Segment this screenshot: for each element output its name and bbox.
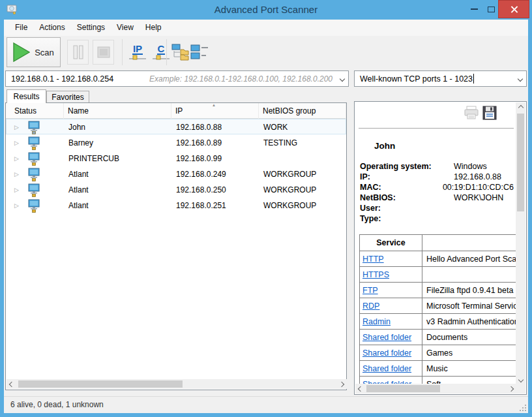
toolbar-separator [122, 39, 123, 65]
maximize-button[interactable] [482, 0, 499, 18]
detail-row: NetBIOS: WORK\JOHN [360, 193, 514, 203]
host-name-heading: John [374, 141, 395, 151]
menu-view[interactable]: View [111, 20, 140, 36]
scrollbar-thumb[interactable] [517, 114, 524, 211]
table-row[interactable]: ▷ Atlant 192.168.0.250 WORKGROUP [6, 181, 346, 197]
service-link[interactable]: Shared folder [362, 333, 411, 342]
table-row[interactable]: ▷ Atlant 192.168.0.249 WORKGROUP [6, 166, 346, 181]
scroll-right-arrow[interactable] [506, 384, 516, 394]
expand-row-icon[interactable]: ▷ [14, 124, 19, 131]
cell-netbios-group: WORKGROUP [259, 185, 346, 194]
tab-favorites[interactable]: Favorites [46, 91, 89, 102]
expand-row-icon[interactable]: ▷ [14, 155, 19, 162]
details-vertical-scrollbar[interactable] [516, 102, 525, 384]
detail-label: Type: [360, 214, 454, 223]
detail-label: MAC: [360, 183, 443, 192]
tab-results[interactable]: Results [7, 89, 46, 103]
scroll-left-arrow[interactable] [355, 384, 366, 394]
shared-folders-view-button[interactable] [170, 41, 192, 63]
resize-grip-icon[interactable] [520, 405, 526, 411]
details-panel: John Operating system: Windows IP: 192.1… [354, 101, 527, 395]
maximize-icon [488, 7, 495, 12]
expand-row-icon[interactable]: ▷ [14, 202, 19, 209]
print-button[interactable] [464, 105, 479, 121]
status-cell: ▷ [7, 182, 65, 198]
service-info: v3 Radmin Authentication [422, 314, 517, 329]
scrollbar-thumb[interactable] [366, 385, 440, 392]
service-link[interactable]: HTTP [362, 255, 384, 264]
service-link[interactable]: Shared folder [362, 364, 411, 373]
scroll-down-arrow[interactable] [516, 375, 525, 384]
service-link[interactable]: Shared folder [362, 348, 411, 358]
save-button[interactable] [482, 105, 497, 121]
scan-class-c-button[interactable]: C [151, 40, 171, 65]
menu-actions[interactable]: Actions [33, 20, 70, 36]
toolbar: Scan IP C [4, 36, 528, 69]
scrollbar-thumb[interactable] [18, 380, 183, 388]
service-link[interactable]: Radmin [362, 317, 391, 326]
ports-combobox[interactable]: Well-known TCP ports 1 - 1023 [354, 70, 527, 87]
cell-ip: 192.168.0.249 [172, 170, 259, 179]
column-header-status[interactable]: Status [6, 103, 64, 119]
service-link[interactable]: RDP [362, 301, 379, 311]
scroll-left-arrow[interactable] [7, 379, 17, 389]
menu-settings[interactable]: Settings [71, 20, 111, 36]
status-cell: ▷ [7, 135, 65, 151]
scroll-right-arrow[interactable] [336, 379, 347, 389]
table-row[interactable]: ▷ Atlant 192.168.0.251 WORKGROUP [6, 197, 346, 213]
service-link[interactable]: HTTPS [362, 270, 389, 279]
cell-name: Atlant [65, 185, 172, 194]
minimize-button[interactable] [466, 0, 482, 18]
ip-range-combobox[interactable]: 192.168.0.1 - 192.168.0.254 Example: 192… [5, 70, 349, 87]
table-row[interactable]: ▷ John 192.168.0.88 WORK [6, 119, 346, 134]
cell-ip: 192.168.0.99 [172, 154, 259, 163]
detail-row: IP: 192.168.0.88 [360, 172, 514, 182]
service-link[interactable]: FTP [362, 286, 378, 295]
window-title: Advanced Port Scanner [0, 0, 532, 20]
scan-button[interactable]: Scan [7, 37, 61, 67]
menu-file[interactable]: File [9, 20, 33, 36]
status-cell: ▷ [7, 119, 65, 135]
scan-ip-button[interactable]: IP [126, 40, 149, 65]
computer-icon [27, 183, 40, 197]
close-button[interactable] [498, 0, 529, 18]
detail-label: User: [360, 204, 454, 213]
text-caret [473, 74, 474, 84]
list-view-button[interactable] [189, 41, 211, 63]
cell-netbios-group: WORK [259, 123, 346, 132]
service-info [422, 267, 517, 282]
service-info: Microsoft Terminal Service [422, 298, 517, 313]
print-icon [464, 106, 479, 120]
results-horizontal-scrollbar[interactable] [7, 379, 347, 389]
expand-row-icon[interactable]: ▷ [14, 140, 19, 146]
detail-value: Windows [454, 162, 487, 171]
cell-name: PRINTERCUB [65, 154, 172, 163]
chevron-down-icon[interactable] [340, 76, 345, 82]
detail-row: Operating system: Windows [360, 161, 514, 172]
column-header-netbios-group[interactable]: NetBIOS group [259, 103, 346, 119]
pause-icon [72, 45, 84, 59]
table-row[interactable]: ▷ Barney 192.168.0.89 TESTING [6, 134, 346, 150]
menu-help[interactable]: Help [140, 20, 168, 36]
pause-button[interactable] [67, 40, 89, 65]
table-row[interactable]: ▷ PRINTERCUB 192.168.0.99 [6, 150, 346, 166]
ip-range-value: 192.168.0.1 - 192.168.0.254 [6, 74, 113, 84]
cell-name: Atlant [65, 170, 172, 179]
cell-ip: 192.168.0.251 [172, 201, 259, 210]
services-table: Service HTTP Hello Advanced Port Scan HT… [359, 234, 517, 384]
service-row: RDP Microsoft Terminal Service [360, 298, 517, 314]
chevron-down-icon[interactable] [518, 76, 523, 82]
detail-value: WORK\JOHN [454, 193, 503, 202]
stop-button[interactable] [93, 40, 114, 65]
expand-row-icon[interactable]: ▷ [14, 171, 19, 178]
details-horizontal-scrollbar[interactable] [355, 384, 516, 394]
expand-row-icon[interactable]: ▷ [14, 187, 19, 193]
service-row: HTTPS [360, 267, 517, 283]
scroll-up-arrow[interactable] [516, 102, 525, 112]
service-info: Documents [422, 330, 517, 345]
computer-list-icon [190, 44, 210, 61]
column-header-name[interactable]: Name [64, 103, 171, 119]
sort-ascending-icon: ▲ [212, 103, 216, 107]
cell-name: Barney [65, 138, 172, 147]
service-info: Music [422, 361, 517, 376]
